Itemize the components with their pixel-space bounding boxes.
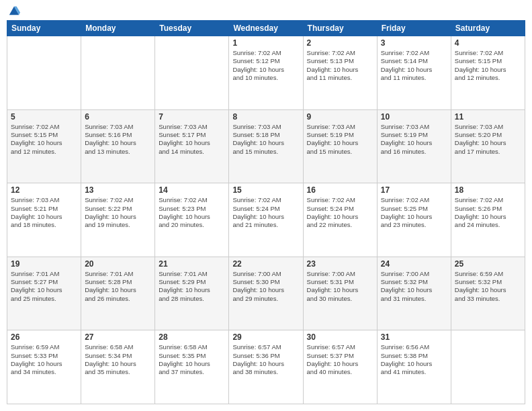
day-number: 9 xyxy=(307,112,373,122)
weekday-header-sunday: Sunday xyxy=(7,21,81,36)
weekday-header-friday: Friday xyxy=(377,21,451,36)
calendar-cell: 4Sunrise: 7:02 AM Sunset: 5:15 PM Daylig… xyxy=(451,36,525,110)
day-info: Sunrise: 6:57 AM Sunset: 5:37 PM Dayligh… xyxy=(307,343,373,376)
calendar-cell: 3Sunrise: 7:02 AM Sunset: 5:14 PM Daylig… xyxy=(377,36,451,110)
day-number: 31 xyxy=(381,332,447,342)
calendar-cell: 1Sunrise: 7:02 AM Sunset: 5:12 PM Daylig… xyxy=(229,36,303,110)
day-number: 14 xyxy=(159,185,225,195)
calendar-cell: 27Sunrise: 6:58 AM Sunset: 5:34 PM Dayli… xyxy=(81,330,155,404)
day-number: 25 xyxy=(455,259,521,269)
weekday-header-thursday: Thursday xyxy=(303,21,377,36)
calendar-cell: 8Sunrise: 7:03 AM Sunset: 5:18 PM Daylig… xyxy=(229,109,303,183)
calendar-cell: 5Sunrise: 7:02 AM Sunset: 5:15 PM Daylig… xyxy=(7,109,81,183)
day-number: 10 xyxy=(381,112,447,122)
logo-block xyxy=(7,7,20,15)
calendar-cell: 28Sunrise: 6:58 AM Sunset: 5:35 PM Dayli… xyxy=(155,330,229,404)
day-info: Sunrise: 6:59 AM Sunset: 5:32 PM Dayligh… xyxy=(455,270,521,303)
day-info: Sunrise: 7:00 AM Sunset: 5:31 PM Dayligh… xyxy=(307,270,373,303)
day-info: Sunrise: 7:03 AM Sunset: 5:19 PM Dayligh… xyxy=(381,123,447,156)
calendar-cell: 19Sunrise: 7:01 AM Sunset: 5:27 PM Dayli… xyxy=(7,257,81,330)
day-number: 1 xyxy=(232,38,299,48)
day-info: Sunrise: 7:02 AM Sunset: 5:15 PM Dayligh… xyxy=(455,49,521,82)
day-number: 26 xyxy=(11,332,77,342)
weekday-header-tuesday: Tuesday xyxy=(155,21,229,36)
calendar-cell: 25Sunrise: 6:59 AM Sunset: 5:32 PM Dayli… xyxy=(451,257,525,330)
day-number: 18 xyxy=(455,185,521,195)
header xyxy=(7,7,525,15)
calendar-cell: 23Sunrise: 7:00 AM Sunset: 5:31 PM Dayli… xyxy=(303,257,377,330)
calendar-cell: 13Sunrise: 7:02 AM Sunset: 5:22 PM Dayli… xyxy=(81,183,155,257)
weekday-header-row: SundayMondayTuesdayWednesdayThursdayFrid… xyxy=(7,21,525,36)
calendar-cell: 29Sunrise: 6:57 AM Sunset: 5:36 PM Dayli… xyxy=(229,330,303,404)
calendar-cell xyxy=(155,36,229,110)
day-info: Sunrise: 7:02 AM Sunset: 5:13 PM Dayligh… xyxy=(307,49,373,82)
calendar-cell: 20Sunrise: 7:01 AM Sunset: 5:28 PM Dayli… xyxy=(81,257,155,330)
calendar-cell: 9Sunrise: 7:03 AM Sunset: 5:19 PM Daylig… xyxy=(303,109,377,183)
day-info: Sunrise: 7:03 AM Sunset: 5:18 PM Dayligh… xyxy=(232,123,299,156)
day-info: Sunrise: 7:03 AM Sunset: 5:19 PM Dayligh… xyxy=(307,123,373,156)
day-number: 24 xyxy=(381,259,447,269)
day-number: 12 xyxy=(11,185,77,195)
calendar-week-row: 19Sunrise: 7:01 AM Sunset: 5:27 PM Dayli… xyxy=(7,257,525,330)
weekday-header-wednesday: Wednesday xyxy=(229,21,303,36)
day-info: Sunrise: 7:00 AM Sunset: 5:30 PM Dayligh… xyxy=(232,270,299,303)
day-info: Sunrise: 6:59 AM Sunset: 5:33 PM Dayligh… xyxy=(11,343,77,376)
calendar-cell: 15Sunrise: 7:02 AM Sunset: 5:24 PM Dayli… xyxy=(229,183,303,257)
logo-icon xyxy=(8,4,20,16)
day-info: Sunrise: 7:03 AM Sunset: 5:16 PM Dayligh… xyxy=(85,123,151,156)
weekday-header-saturday: Saturday xyxy=(451,21,525,36)
calendar-cell: 14Sunrise: 7:02 AM Sunset: 5:23 PM Dayli… xyxy=(155,183,229,257)
day-info: Sunrise: 7:02 AM Sunset: 5:25 PM Dayligh… xyxy=(381,196,447,229)
day-info: Sunrise: 6:56 AM Sunset: 5:38 PM Dayligh… xyxy=(381,343,447,376)
calendar-cell: 17Sunrise: 7:02 AM Sunset: 5:25 PM Dayli… xyxy=(377,183,451,257)
calendar-cell: 16Sunrise: 7:02 AM Sunset: 5:24 PM Dayli… xyxy=(303,183,377,257)
day-info: Sunrise: 7:02 AM Sunset: 5:24 PM Dayligh… xyxy=(307,196,373,229)
logo xyxy=(7,7,20,15)
day-info: Sunrise: 7:01 AM Sunset: 5:28 PM Dayligh… xyxy=(85,270,151,303)
day-info: Sunrise: 7:02 AM Sunset: 5:22 PM Dayligh… xyxy=(85,196,151,229)
day-number: 19 xyxy=(11,259,77,269)
day-info: Sunrise: 7:03 AM Sunset: 5:21 PM Dayligh… xyxy=(11,196,77,229)
calendar-cell: 30Sunrise: 6:57 AM Sunset: 5:37 PM Dayli… xyxy=(303,330,377,404)
day-info: Sunrise: 7:02 AM Sunset: 5:15 PM Dayligh… xyxy=(11,123,77,156)
day-number: 20 xyxy=(85,259,151,269)
day-number: 13 xyxy=(85,185,151,195)
day-number: 16 xyxy=(307,185,373,195)
day-number: 22 xyxy=(232,259,299,269)
day-number: 5 xyxy=(11,112,77,122)
day-number: 30 xyxy=(307,332,373,342)
calendar-cell: 26Sunrise: 6:59 AM Sunset: 5:33 PM Dayli… xyxy=(7,330,81,404)
day-number: 11 xyxy=(455,112,521,122)
day-info: Sunrise: 7:03 AM Sunset: 5:20 PM Dayligh… xyxy=(455,123,521,156)
calendar-table: SundayMondayTuesdayWednesdayThursdayFrid… xyxy=(7,20,525,404)
page: SundayMondayTuesdayWednesdayThursdayFrid… xyxy=(0,0,532,411)
day-info: Sunrise: 7:02 AM Sunset: 5:14 PM Dayligh… xyxy=(381,49,447,82)
calendar-cell: 7Sunrise: 7:03 AM Sunset: 5:17 PM Daylig… xyxy=(155,109,229,183)
calendar-week-row: 12Sunrise: 7:03 AM Sunset: 5:21 PM Dayli… xyxy=(7,183,525,257)
day-number: 4 xyxy=(455,38,521,48)
day-info: Sunrise: 7:02 AM Sunset: 5:26 PM Dayligh… xyxy=(455,196,521,229)
calendar-week-row: 26Sunrise: 6:59 AM Sunset: 5:33 PM Dayli… xyxy=(7,330,525,404)
calendar-cell: 18Sunrise: 7:02 AM Sunset: 5:26 PM Dayli… xyxy=(451,183,525,257)
day-info: Sunrise: 7:03 AM Sunset: 5:17 PM Dayligh… xyxy=(159,123,225,156)
day-info: Sunrise: 7:01 AM Sunset: 5:29 PM Dayligh… xyxy=(159,270,225,303)
day-info: Sunrise: 6:58 AM Sunset: 5:34 PM Dayligh… xyxy=(85,343,151,376)
day-info: Sunrise: 7:02 AM Sunset: 5:23 PM Dayligh… xyxy=(159,196,225,229)
calendar-cell: 6Sunrise: 7:03 AM Sunset: 5:16 PM Daylig… xyxy=(81,109,155,183)
day-info: Sunrise: 6:57 AM Sunset: 5:36 PM Dayligh… xyxy=(232,343,299,376)
calendar-cell: 11Sunrise: 7:03 AM Sunset: 5:20 PM Dayli… xyxy=(451,109,525,183)
calendar-week-row: 1Sunrise: 7:02 AM Sunset: 5:12 PM Daylig… xyxy=(7,36,525,110)
day-number: 7 xyxy=(159,112,225,122)
day-info: Sunrise: 7:02 AM Sunset: 5:12 PM Dayligh… xyxy=(232,49,299,82)
day-info: Sunrise: 7:00 AM Sunset: 5:32 PM Dayligh… xyxy=(381,270,447,303)
day-number: 29 xyxy=(232,332,299,342)
day-number: 15 xyxy=(232,185,299,195)
calendar-cell: 24Sunrise: 7:00 AM Sunset: 5:32 PM Dayli… xyxy=(377,257,451,330)
day-info: Sunrise: 7:01 AM Sunset: 5:27 PM Dayligh… xyxy=(11,270,77,303)
day-number: 23 xyxy=(307,259,373,269)
calendar-cell: 31Sunrise: 6:56 AM Sunset: 5:38 PM Dayli… xyxy=(377,330,451,404)
calendar-cell: 22Sunrise: 7:00 AM Sunset: 5:30 PM Dayli… xyxy=(229,257,303,330)
day-number: 3 xyxy=(381,38,447,48)
calendar-week-row: 5Sunrise: 7:02 AM Sunset: 5:15 PM Daylig… xyxy=(7,109,525,183)
day-number: 6 xyxy=(85,112,151,122)
